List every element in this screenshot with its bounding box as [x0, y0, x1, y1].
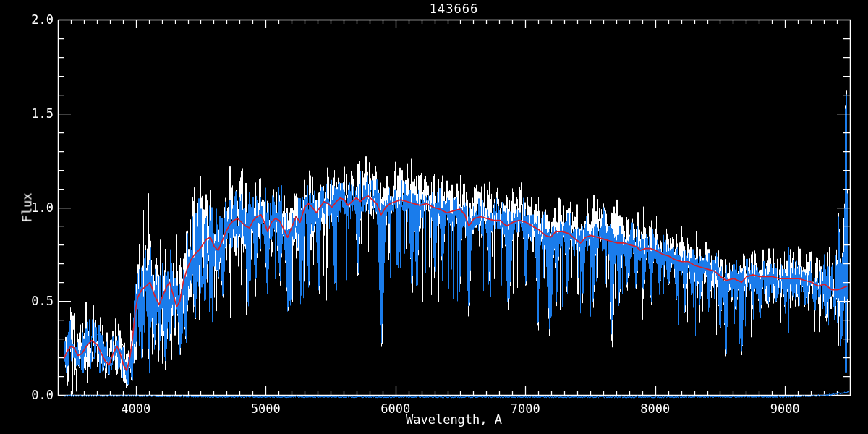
x-tick-label: 7000 — [499, 403, 551, 415]
y-tick-label: 2.0 — [0, 14, 54, 26]
x-tick-label: 9000 — [759, 403, 811, 415]
y-tick-label: 0.5 — [0, 295, 54, 307]
spectrum-figure: 143666 Wavelength, A Flux 2.01.51.00.50.… — [0, 0, 868, 434]
chart-title: 143666 — [58, 3, 850, 15]
x-tick-label: 8000 — [629, 403, 681, 415]
y-tick-label: 1.5 — [0, 108, 54, 120]
x-tick-label: 6000 — [370, 403, 422, 415]
y-tick-label: 1.0 — [0, 202, 54, 214]
x-tick-label: 5000 — [239, 403, 292, 415]
x-axis-title: Wavelength, A — [58, 414, 850, 426]
spectrum-plot-canvas — [0, 0, 868, 434]
x-tick-label: 4000 — [110, 403, 162, 415]
y-tick-label: 0.0 — [0, 389, 54, 401]
